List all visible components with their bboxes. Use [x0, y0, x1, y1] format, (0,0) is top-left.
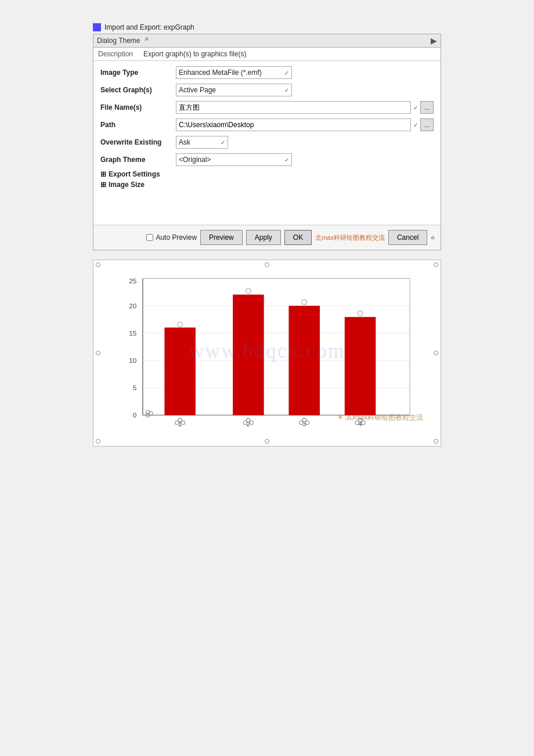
chart-container: www.bdqcx.com 0 5 10 15 20 25	[93, 260, 441, 447]
image-type-value: Enhanced MetaFile (*.emf)	[179, 69, 262, 77]
path-chevron: ✓	[413, 122, 418, 128]
file-name-control: ✓ ...	[176, 101, 434, 114]
select-graph-row: Select Graph(s) Active Page ✓	[100, 83, 434, 97]
svg-point-26	[149, 412, 153, 415]
graph-theme-chevron: ✓	[284, 157, 289, 163]
auto-preview-text: Auto Preview	[156, 233, 197, 242]
overwrite-row: Overwrite Existing Ask ✓	[100, 135, 434, 149]
auto-preview-label[interactable]: Auto Preview	[146, 233, 197, 242]
bar-chart-svg: 0 5 10 15 20 25	[99, 266, 435, 440]
bar-4	[345, 317, 376, 415]
svg-text:20: 20	[129, 302, 137, 309]
graph-theme-control: <Original> ✓	[176, 153, 434, 166]
dialog-header: Dialog Theme ^ ▶	[93, 34, 441, 48]
graph-theme-value: <Original>	[179, 156, 211, 164]
svg-text:15: 15	[129, 329, 137, 337]
file-name-row: File Name(s) ✓ ...	[100, 100, 434, 114]
overwrite-value: Ask	[179, 138, 190, 146]
buttons-row: Auto Preview Preview Apply OK 北max科研绘图教程…	[93, 225, 441, 250]
close-arrows: «	[431, 233, 435, 242]
svg-point-19	[246, 289, 251, 294]
window-icon	[93, 23, 101, 31]
main-container: Import and Export: expGraph Dialog Theme…	[93, 23, 441, 447]
graph-theme-select[interactable]: <Original> ✓	[176, 153, 292, 166]
path-input[interactable]	[176, 118, 411, 131]
graph-theme-row: Graph Theme <Original> ✓	[100, 153, 434, 167]
svg-point-18	[178, 322, 183, 327]
description-label: Description	[98, 50, 139, 58]
file-name-input[interactable]	[176, 101, 411, 114]
select-graph-label: Select Graph(s)	[100, 86, 176, 94]
svg-point-21	[358, 311, 363, 316]
preview-button[interactable]: Preview	[200, 230, 243, 245]
apply-button[interactable]: Apply	[246, 230, 281, 245]
svg-point-20	[302, 300, 307, 305]
select-graph-select[interactable]: Active Page ✓	[176, 84, 292, 96]
bar-1	[164, 327, 196, 415]
ok-button[interactable]: OK	[284, 230, 312, 245]
description-text: Export graph(s) to graphics file(s)	[143, 50, 246, 58]
export-settings-row: ⊞ Export Settings	[100, 170, 434, 178]
dialog-box: Dialog Theme ^ ▶ Description Export grap…	[93, 34, 441, 250]
image-size-expand-icon[interactable]: ⊞	[100, 181, 106, 189]
image-type-control: Enhanced MetaFile (*.emf) ✓	[176, 66, 434, 79]
window-title-text: Import and Export: expGraph	[104, 23, 194, 31]
window-title-bar: Import and Export: expGraph	[93, 23, 441, 31]
svg-text:25: 25	[129, 277, 137, 285]
path-browse[interactable]: ...	[420, 118, 434, 131]
svg-text:0: 0	[133, 411, 137, 419]
dialog-theme-label: Dialog Theme	[97, 37, 140, 45]
cancel-button[interactable]: Cancel	[388, 230, 427, 245]
path-control: ✓ ...	[176, 118, 434, 131]
select-graph-chevron: ✓	[284, 87, 289, 93]
svg-text:10: 10	[129, 357, 137, 364]
chart-inner: www.bdqcx.com 0 5 10 15 20 25	[99, 266, 435, 440]
watermark-area: OK 北max科研绘图教程交流 Cancel «	[284, 230, 435, 245]
graph-theme-label: Graph Theme	[100, 156, 176, 164]
svg-text:5: 5	[133, 384, 137, 391]
image-type-chevron: ✓	[284, 70, 289, 76]
dialog-expand-arrow[interactable]: ▶	[431, 36, 437, 45]
image-size-row: ⊞ Image Size	[100, 181, 434, 189]
description-row: Description Export graph(s) to graphics …	[93, 48, 441, 61]
select-graph-control: Active Page ✓	[176, 84, 434, 96]
overwrite-chevron: ✓	[221, 139, 225, 146]
form-spacer	[100, 191, 434, 220]
bar-2	[233, 294, 264, 415]
file-name-chevron: ✓	[413, 105, 418, 111]
bar-3	[288, 306, 320, 415]
image-size-label: Image Size	[109, 181, 145, 189]
file-name-browse[interactable]: ...	[420, 101, 434, 114]
path-label: Path	[100, 121, 176, 129]
image-type-select[interactable]: Enhanced MetaFile (*.emf) ✓	[176, 66, 292, 79]
auto-preview-checkbox[interactable]	[146, 234, 153, 241]
form-area: Image Type Enhanced MetaFile (*.emf) ✓ S…	[93, 61, 441, 225]
file-name-label: File Name(s)	[100, 103, 176, 111]
overwrite-label: Overwrite Existing	[100, 138, 176, 146]
image-type-label: Image Type	[100, 69, 176, 77]
path-row: Path ✓ ...	[100, 118, 434, 132]
export-settings-label: Export Settings	[109, 170, 160, 178]
dialog-theme-expand[interactable]: ^	[145, 36, 149, 45]
select-graph-value: Active Page	[179, 86, 216, 94]
overwrite-control: Ask ✓	[176, 136, 434, 149]
export-settings-expand-icon[interactable]: ⊞	[100, 170, 106, 178]
watermark-text: 北max科研绘图教程交流	[315, 233, 385, 242]
image-type-row: Image Type Enhanced MetaFile (*.emf) ✓	[100, 66, 434, 80]
dialog-header-left: Dialog Theme ^	[97, 36, 149, 45]
overwrite-select[interactable]: Ask ✓	[176, 136, 228, 149]
